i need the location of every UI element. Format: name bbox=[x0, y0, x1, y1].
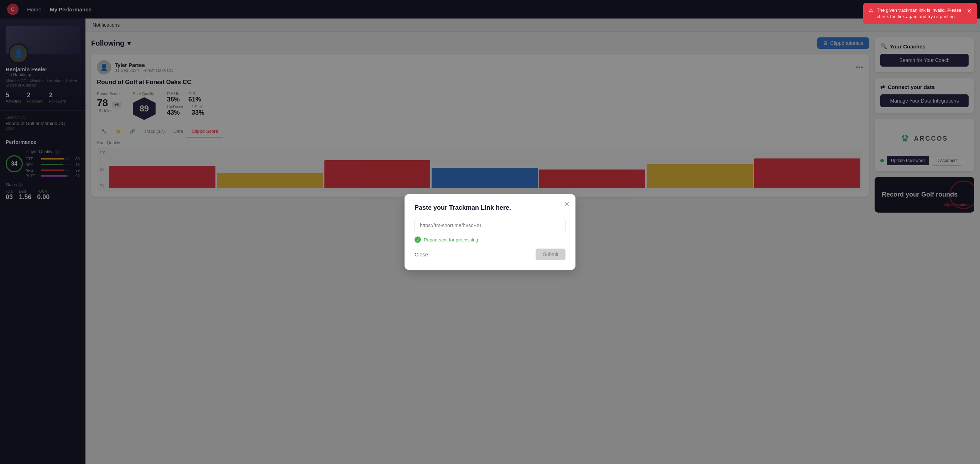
error-toast: ⚠ The given trackman link is invalid. Pl… bbox=[863, 3, 977, 24]
modal-success-icon: ✓ bbox=[415, 237, 421, 243]
trackman-modal: Paste your Trackman Link here. ✕ ✓ Repor… bbox=[404, 194, 576, 270]
toast-close-button[interactable]: ✕ bbox=[967, 7, 972, 15]
modal-overlay[interactable]: Paste your Trackman Link here. ✕ ✓ Repor… bbox=[0, 0, 980, 464]
modal-submit-btn[interactable]: Submit bbox=[536, 249, 565, 260]
modal-close-button[interactable]: ✕ bbox=[564, 200, 570, 208]
modal-success-text: Report sent for processing bbox=[424, 237, 478, 243]
trackman-link-input[interactable] bbox=[415, 219, 565, 232]
toast-message: The given trackman link is invalid. Plea… bbox=[877, 7, 963, 20]
modal-title: Paste your Trackman Link here. bbox=[415, 204, 565, 211]
modal-close-btn[interactable]: Close bbox=[415, 251, 428, 257]
modal-success-message: ✓ Report sent for processing bbox=[415, 237, 565, 243]
modal-footer: Close Submit bbox=[415, 249, 565, 260]
toast-warning-icon: ⚠ bbox=[869, 7, 873, 14]
